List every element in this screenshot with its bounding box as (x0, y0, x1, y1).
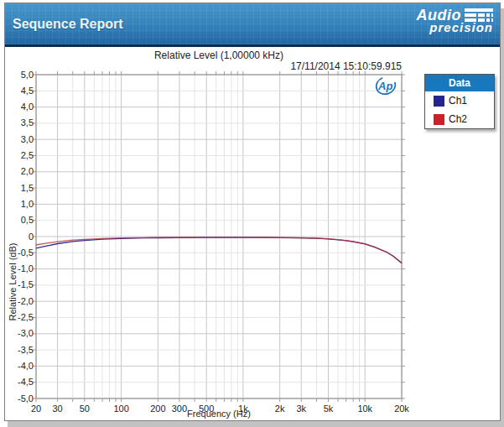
y-tick-label: 1,5 (8, 183, 34, 193)
report-header: Sequence Report Audio precision (5, 3, 500, 47)
y-tick-label: 2,0 (8, 166, 34, 176)
report-window: Sequence Report Audio precision Relative… (4, 3, 501, 421)
series-ch1 (36, 237, 402, 263)
chart-panel: Relative Level (1,00000 kHz) 17/11/2014 … (5, 47, 500, 419)
y-tick-label: -3,0 (8, 328, 34, 338)
x-tick-label: 5k (312, 404, 346, 414)
legend-item-ch2[interactable]: Ch2 (425, 110, 494, 128)
y-tick-label: 2,5 (8, 150, 34, 160)
legend-label: Ch2 (449, 113, 467, 125)
y-tick-label: -2,0 (8, 296, 34, 306)
legend-title: Data (425, 75, 494, 91)
legend-swatch (434, 96, 444, 107)
audio-precision-logo: Audio precision (417, 8, 494, 34)
svg-text:Ap: Ap (377, 80, 392, 92)
x-tick-label: 500 (190, 404, 223, 414)
y-tick-label: 5,0 (8, 70, 34, 80)
x-tick-label: 100 (105, 404, 138, 414)
y-tick-label: 3,5 (8, 117, 34, 128)
x-tick-label: 1k (226, 404, 260, 414)
legend-box: Data Ch1Ch2 (424, 74, 495, 129)
chart-title: Relative Level (1,00000 kHz) (36, 49, 402, 61)
y-tick-label: 4,5 (8, 86, 34, 96)
x-tick-label: 20k (385, 404, 418, 414)
timestamp: 17/11/2014 15:10:59.915 (36, 60, 402, 72)
y-tick-label: -5,0 (8, 393, 34, 404)
y-tick-label: -0,5 (8, 247, 34, 258)
legend-label: Ch1 (449, 95, 467, 107)
legend-item-ch1[interactable]: Ch1 (425, 91, 494, 110)
y-tick-label: -1,0 (8, 263, 34, 273)
y-tick-label: 1,0 (8, 199, 34, 209)
y-tick-label: -1,5 (8, 279, 34, 289)
y-tick-label: 0,5 (8, 215, 34, 225)
legend-swatch (434, 114, 444, 125)
y-tick-label: -3,5 (8, 345, 34, 355)
y-tick-label: -4,5 (8, 377, 34, 387)
y-tick-label: -4,0 (8, 361, 34, 371)
y-tick-label: 0 (8, 232, 34, 242)
x-tick-label: 50 (68, 404, 101, 414)
x-tick-label: 10k (348, 404, 382, 414)
y-tick-label: 3,0 (8, 134, 34, 144)
y-tick-label: -2,5 (8, 312, 34, 322)
ap-circle-icon: Ap (374, 76, 397, 96)
y-tick-label: 4,0 (8, 102, 34, 112)
page-title: Sequence Report (13, 17, 123, 32)
series-ch2 (36, 237, 402, 263)
